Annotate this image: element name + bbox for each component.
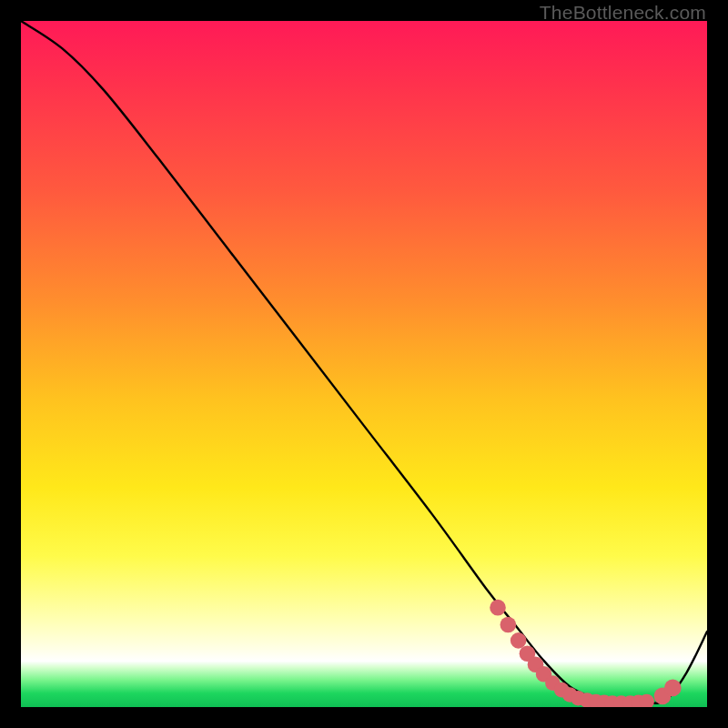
outer-frame: TheBottleneck.com [0, 0, 728, 728]
highlight-dot [664, 680, 682, 697]
bottleneck-curve [21, 21, 707, 703]
curve-layer [21, 21, 707, 707]
highlight-dot [500, 617, 517, 633]
highlight-dot [490, 600, 506, 616]
highlight-dots [490, 600, 681, 707]
plot-area [21, 21, 707, 707]
highlight-dot [511, 632, 527, 649]
